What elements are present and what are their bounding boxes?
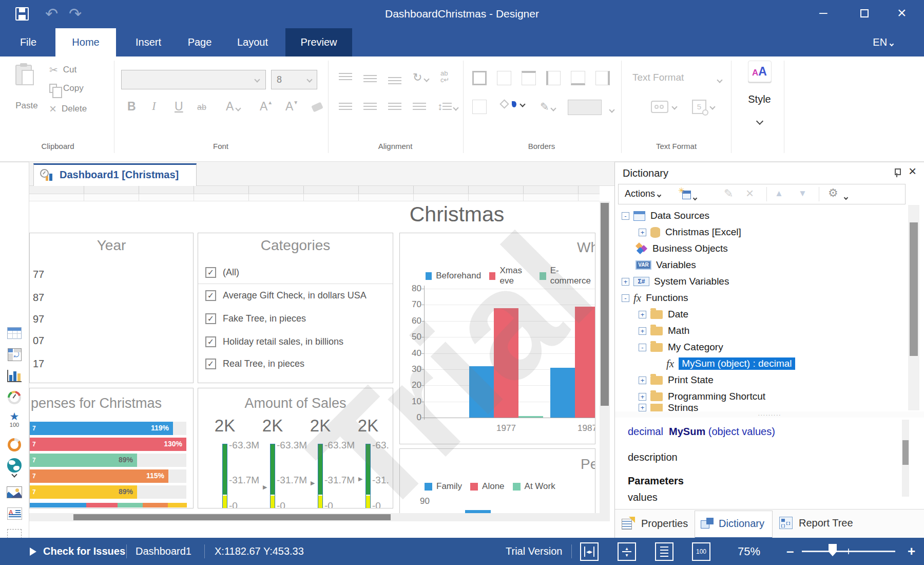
border-color-swatch[interactable] — [568, 100, 602, 115]
chart-tool-icon[interactable] — [4, 366, 25, 386]
fill-color-button[interactable] — [501, 101, 525, 107]
tree-scrollbar-thumb[interactable] — [910, 222, 918, 356]
copy-button[interactable]: Copy — [49, 83, 84, 93]
tree-item-print-state[interactable]: + Print State — [639, 372, 714, 388]
clear-format-button[interactable] — [312, 104, 322, 110]
tree-item-programming-shortcut[interactable]: + Programming Shortcut — [639, 389, 765, 404]
pin-icon[interactable] — [894, 168, 900, 178]
menu-tab-layout[interactable]: Layout — [227, 28, 278, 56]
new-item-button[interactable]: ✳ — [679, 187, 697, 202]
border-color-dropdown[interactable] — [610, 105, 614, 114]
expander-icon[interactable]: + — [639, 311, 646, 318]
border-right-button[interactable] — [595, 71, 610, 85]
rotate-text-button[interactable]: ↻ — [413, 71, 429, 84]
details-scrollbar-thumb[interactable] — [902, 440, 909, 465]
tree-item-business-objects[interactable]: Business Objects — [636, 241, 728, 256]
align-top-icon[interactable] — [339, 73, 352, 81]
category-checkbox-row[interactable]: ✓ Fake Tree, in pieces — [205, 313, 306, 324]
image-tool-icon[interactable] — [4, 482, 25, 502]
vertical-scrollbar-thumb[interactable] — [601, 203, 609, 406]
expander-icon[interactable]: + — [639, 327, 646, 335]
align-left-icon[interactable] — [339, 103, 352, 111]
categories-panel[interactable]: Categories ✓ (All) ✓ Average Gift Check,… — [198, 233, 393, 383]
tab-dictionary[interactable]: Dictionary — [695, 511, 773, 539]
year-item[interactable]: 97 — [33, 313, 44, 325]
border-style-button[interactable] — [472, 100, 487, 114]
progress-tool-icon[interactable] — [4, 435, 25, 455]
align-justify-icon[interactable] — [413, 103, 426, 111]
checkbox-icon[interactable]: ✓ — [205, 336, 216, 347]
tree-item-functions[interactable]: - fx Functions — [622, 290, 688, 306]
style-button[interactable]: AA Style — [735, 59, 784, 156]
page-view-icon[interactable] — [655, 542, 673, 561]
tree-item-my-category[interactable]: - My Category — [639, 340, 723, 355]
tree-scrollbar[interactable] — [908, 205, 919, 410]
table-tool-icon[interactable] — [4, 323, 25, 343]
language-selector[interactable]: EN — [868, 28, 898, 56]
menu-tab-insert[interactable]: Insert — [125, 28, 171, 56]
menu-tab-preview[interactable]: Preview — [285, 28, 352, 56]
zoom-out-button[interactable]: – — [786, 538, 794, 565]
tree-item-data-sources[interactable]: - Data Sources — [622, 208, 709, 223]
details-scrollbar[interactable] — [902, 420, 909, 497]
horizontal-scrollbar[interactable] — [29, 513, 610, 521]
paste-icon[interactable] — [15, 65, 32, 85]
strikethrough-button[interactable]: ab — [197, 103, 206, 112]
sales-panel[interactable]: Amount of Sales 2K -63.3M -31.7M -0 2K ▶… — [198, 388, 393, 509]
brush-button[interactable]: ✎ — [540, 101, 555, 113]
year-item[interactable]: 77 — [33, 269, 44, 280]
bold-button[interactable]: B — [127, 100, 136, 114]
fit-width-icon[interactable]: ◂▸ — [580, 542, 599, 561]
close-button[interactable]: × — [897, 4, 907, 22]
underline-button[interactable]: U — [175, 100, 183, 114]
border-left-button[interactable] — [546, 71, 561, 85]
zoom-in-button[interactable]: + — [908, 538, 915, 565]
checkbox-icon[interactable]: ✓ — [205, 313, 216, 324]
gauge-tool-icon[interactable] — [4, 387, 25, 408]
tab-properties[interactable]: Properties — [622, 517, 688, 530]
currency-format-button[interactable] — [651, 101, 677, 113]
menu-tab-home[interactable]: Home — [55, 28, 116, 56]
expander-icon[interactable]: + — [639, 393, 646, 401]
italic-button[interactable]: I — [152, 100, 156, 113]
tree-item-math[interactable]: + Math — [639, 323, 689, 338]
map-more-chevron-icon[interactable] — [4, 470, 25, 479]
when-chart-panel[interactable]: Wh BeforehandXmas eveE-commerce 01020304… — [399, 233, 595, 444]
category-checkbox-row[interactable]: ✓ Real Tree, in pieces — [205, 359, 304, 369]
splitter-handle[interactable]: ......... — [615, 411, 924, 418]
document-tab[interactable]: Dashboard1 [Christmas] — [33, 163, 197, 186]
shrink-font-button[interactable]: A▼ — [285, 100, 298, 114]
delete-item-icon[interactable]: × — [746, 185, 754, 201]
pivot-tool-icon[interactable]: ⤾ — [4, 344, 25, 365]
checkbox-icon[interactable]: ✓ — [205, 267, 216, 278]
maximize-button[interactable] — [860, 9, 869, 20]
move-up-icon[interactable]: ▲ — [775, 189, 783, 199]
tree-item-system-variables[interactable]: + Σ# System Variables — [622, 274, 729, 289]
expander-icon[interactable]: + — [639, 404, 646, 411]
text-format-chevron-icon[interactable] — [718, 75, 722, 84]
tab-report-tree[interactable]: Report Tree — [779, 517, 853, 529]
actions-dropdown[interactable]: Actions — [625, 189, 661, 199]
align-center-icon[interactable] — [363, 103, 377, 111]
checkbox-icon[interactable]: ✓ — [205, 290, 216, 301]
year-item[interactable]: 87 — [33, 292, 44, 304]
wrap-text-button[interactable]: abc↵ — [440, 70, 449, 83]
zoom-slider-thumb[interactable] — [829, 544, 837, 556]
category-checkbox-row[interactable]: ✓ Holiday retail sales, in billions — [205, 336, 343, 347]
checkbox-icon[interactable]: ✓ — [205, 359, 216, 369]
cut-button[interactable]: ✂Cut — [49, 64, 76, 76]
edit-icon[interactable]: ✎ — [724, 187, 733, 200]
expander-icon[interactable]: - — [622, 212, 629, 220]
expenses-panel[interactable]: penses for Christmas 7119%7130%789%7115%… — [29, 388, 194, 509]
gear-icon[interactable]: ⚙ — [828, 186, 838, 199]
year-item[interactable]: 07 — [33, 335, 44, 347]
font-name-combobox[interactable] — [121, 70, 266, 89]
expander-icon[interactable]: + — [639, 376, 646, 384]
border-top-button[interactable] — [522, 71, 536, 85]
vertical-scrollbar[interactable] — [600, 201, 610, 513]
align-right-icon[interactable] — [388, 103, 401, 111]
indicator-tool-icon[interactable]: ★ 100 — [4, 408, 25, 431]
delete-button[interactable]: ×Delete — [49, 104, 87, 114]
year-panel[interactable]: Year 77 87 97 07 17 — [29, 233, 194, 383]
expander-icon[interactable]: - — [639, 344, 646, 351]
